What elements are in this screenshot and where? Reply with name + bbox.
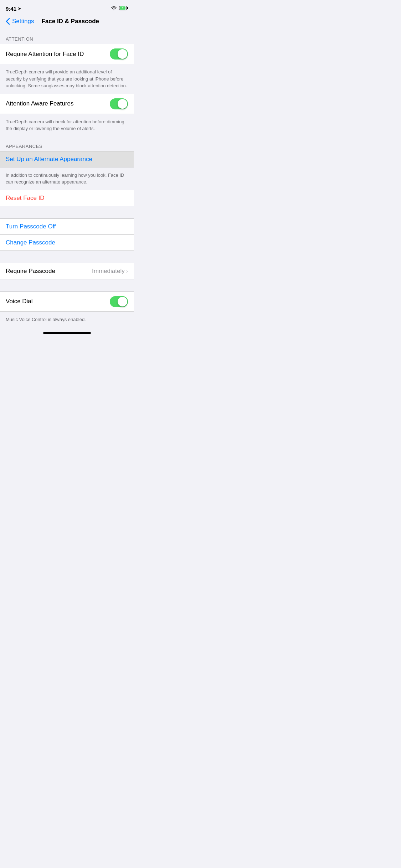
bottom-area xyxy=(0,327,134,340)
section-header-appearances: APPEARANCES xyxy=(0,136,134,151)
voice-dial-label: Voice Dial xyxy=(6,298,33,305)
require-attention-label: Require Attention for Face ID xyxy=(6,51,84,58)
require-attention-toggle[interactable] xyxy=(110,48,128,60)
change-passcode-label: Change Passcode xyxy=(6,239,55,246)
back-label: Settings xyxy=(12,18,34,25)
reset-faceid-card: Reset Face ID xyxy=(0,190,134,206)
require-attention-info: TrueDepth camera will provide an additio… xyxy=(0,64,134,94)
attention-card: Require Attention for Face ID xyxy=(0,44,134,64)
battery-icon xyxy=(119,5,128,12)
turn-passcode-off-label: Turn Passcode Off xyxy=(6,223,56,230)
reset-faceid-label: Reset Face ID xyxy=(6,195,45,202)
change-passcode-row[interactable]: Change Passcode xyxy=(0,234,134,250)
section-header-attention: ATTENTION xyxy=(0,29,134,44)
reset-faceid-row[interactable]: Reset Face ID xyxy=(0,190,134,206)
spacer-3 xyxy=(0,279,134,291)
nav-bar: Settings Face ID & Passcode xyxy=(0,15,134,29)
attention-aware-toggle[interactable] xyxy=(110,98,128,109)
attention-aware-row: Attention Aware Features xyxy=(0,94,134,114)
location-icon: ➤ xyxy=(18,6,21,11)
page-title: Face ID & Passcode xyxy=(34,18,107,25)
toggle-knob xyxy=(118,49,127,59)
setup-alternate-row[interactable]: Set Up an Alternate Appearance xyxy=(0,151,134,167)
music-voice-control-info: Music Voice Control is always enabled. xyxy=(0,312,134,327)
status-icons xyxy=(111,5,128,12)
wifi-icon xyxy=(111,5,117,12)
setup-alternate-label: Set Up an Alternate Appearance xyxy=(6,156,92,163)
attention-aware-label: Attention Aware Features xyxy=(6,100,74,107)
require-attention-row: Require Attention for Face ID xyxy=(0,44,134,64)
spacer-2 xyxy=(0,251,134,263)
spacer-1 xyxy=(0,206,134,218)
status-time: 9:41 ➤ xyxy=(6,6,21,12)
toggle-knob-2 xyxy=(118,99,127,109)
svg-rect-1 xyxy=(127,7,128,9)
require-passcode-label: Require Passcode xyxy=(6,268,55,275)
chevron-right-icon: › xyxy=(126,268,128,274)
passcode-card: Turn Passcode Off Change Passcode xyxy=(0,218,134,251)
toggle-knob-3 xyxy=(118,297,127,306)
require-passcode-value: Immediately › xyxy=(92,268,128,275)
clock: 9:41 xyxy=(6,6,16,12)
appearances-card: Set Up an Alternate Appearance xyxy=(0,151,134,167)
voice-dial-card: Voice Dial xyxy=(0,291,134,312)
setup-alternate-info: In addition to continuously learning how… xyxy=(0,167,134,190)
attention-aware-card: Attention Aware Features xyxy=(0,94,134,114)
attention-aware-info: TrueDepth camera will check for attentio… xyxy=(0,114,134,136)
back-button[interactable]: Settings xyxy=(6,18,34,25)
require-passcode-card: Require Passcode Immediately › xyxy=(0,263,134,279)
home-indicator xyxy=(43,332,91,334)
require-passcode-row[interactable]: Require Passcode Immediately › xyxy=(0,263,134,279)
voice-dial-toggle[interactable] xyxy=(110,296,128,307)
voice-dial-row: Voice Dial xyxy=(0,292,134,311)
turn-passcode-off-row[interactable]: Turn Passcode Off xyxy=(0,219,134,234)
status-bar: 9:41 ➤ xyxy=(0,0,134,15)
